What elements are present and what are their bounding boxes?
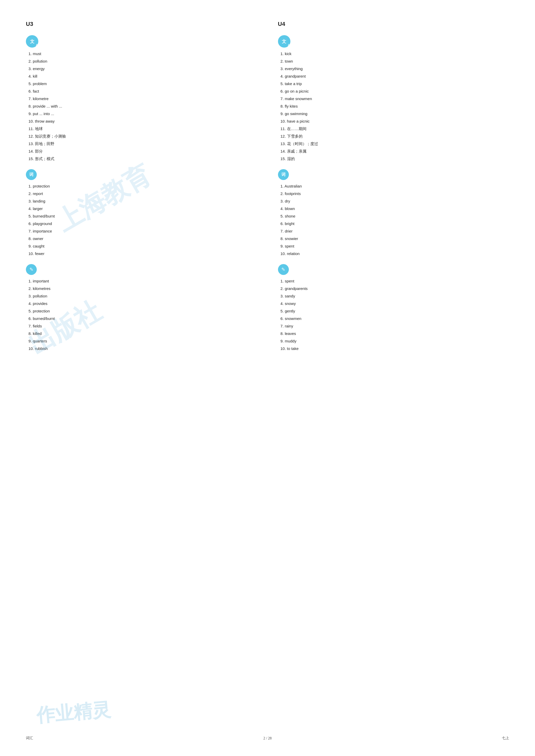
list-item: 5. protection (28, 308, 247, 314)
list-item: 10. rubbish (28, 345, 247, 352)
u4-ci-section: 词 1. Australian 2. footprints 3. dry 4. … (278, 169, 499, 257)
u3-wen-icon-sub: A (36, 43, 38, 47)
list-item: 13. 田地；田野 (28, 141, 247, 147)
u4-wen-section: 文 A 1. kick 2. town 3. everything 4. gra… (278, 35, 499, 162)
list-item: 3. sandy (281, 293, 499, 299)
list-item: 15. 形式；模式 (28, 156, 247, 162)
list-item: 2. pollution (28, 58, 247, 65)
list-item: 1. important (28, 278, 247, 284)
u3-wen-section: 文 A 1. must 2. pollution 3. energy 4. ki… (26, 35, 247, 162)
list-item: 13. 花（时间）；度过 (281, 141, 499, 147)
list-item: 5. problem (28, 81, 247, 87)
u3-ci-icon: 词 (26, 169, 37, 180)
page-number: 2 / 28 (264, 736, 272, 741)
list-item: 2. town (281, 58, 499, 65)
list-item: 3. energy (28, 66, 247, 72)
list-item: 9. quarters (28, 338, 247, 344)
list-item: 3. pollution (28, 293, 247, 299)
list-item: 8. leaves (281, 331, 499, 337)
list-item: 5. shone (281, 213, 499, 219)
list-item: 14. 部分 (28, 148, 247, 154)
u4-wen-icon-text: 文 (282, 39, 286, 44)
list-item: 12. 下雪多的 (281, 133, 499, 139)
column-u3: U3 文 A 1. must 2. pollution 3. energy 4.… (26, 21, 257, 359)
u4-ci-icon-text: 词 (281, 172, 286, 177)
list-item: 6. playground (28, 221, 247, 227)
list-item: 9. go swimming (281, 111, 499, 117)
u4-ci-list: 1. Australian 2. footprints 3. dry 4. bl… (278, 183, 499, 257)
list-item: 8. snowier (281, 236, 499, 242)
list-item: 1. Australian (281, 183, 499, 189)
list-item: 14. 亲戚；亲属 (281, 148, 499, 154)
page-footer: 词汇 2 / 28 七上 (0, 736, 535, 741)
list-item: 9. put ... into ... (28, 111, 247, 117)
u3-ci-section: 词 1. protection 2. report 3. landing 4. … (26, 169, 247, 257)
u4-pen-icon-text: ✎ (281, 267, 285, 272)
list-item: 3. everything (281, 66, 499, 72)
list-item: 9. caught (28, 243, 247, 249)
u3-wen-icon: 文 A (26, 35, 38, 48)
list-item: 8. fly kites (281, 103, 499, 109)
list-item: 2. kilometres (28, 285, 247, 292)
list-item: 7. drier (281, 228, 499, 234)
list-item: 1. kick (281, 51, 499, 57)
u3-ci-icon-text: 词 (29, 172, 33, 177)
list-item: 7. importance (28, 228, 247, 234)
list-item: 6. go on a picnic (281, 88, 499, 94)
list-item: 2. grandparents (281, 285, 499, 292)
grade-label: 七上 (502, 736, 509, 741)
list-item: 10. throw away (28, 118, 247, 124)
list-item: 2. footprints (281, 191, 499, 197)
list-item: 2. report (28, 191, 247, 197)
list-item: 7. make snowmen (281, 96, 499, 102)
u4-wen-list: 1. kick 2. town 3. everything 4. grandpa… (278, 51, 499, 162)
u3-wen-list: 1. must 2. pollution 3. energy 4. kill 5… (26, 51, 247, 162)
list-item: 7. rainy (281, 323, 499, 329)
list-item: 5. take a trip (281, 81, 499, 87)
list-item: 8. killed (28, 331, 247, 337)
u3-pen-section: ✎ 1. important 2. kilometres 3. pollutio… (26, 264, 247, 352)
list-item: 10. relation (281, 251, 499, 257)
list-item: 12. 知识竞赛；小测验 (28, 133, 247, 139)
list-item: 6. burned/burnt (28, 315, 247, 322)
list-item: 5. gently (281, 308, 499, 314)
list-item: 7. fields (28, 323, 247, 329)
list-item: 4. kill (28, 73, 247, 79)
list-item: 9. spent (281, 243, 499, 249)
list-item: 1. spent (281, 278, 499, 284)
list-item: 8. provide ... with ... (28, 103, 247, 109)
list-item: 4. larger (28, 205, 247, 212)
list-item: 6. bright (281, 221, 499, 227)
list-item: 1. must (28, 51, 247, 57)
list-item: 6. fact (28, 88, 247, 94)
u3-wen-icon-text: 文 (30, 39, 34, 44)
unit3-title: U3 (26, 21, 247, 27)
list-item: 4. snowy (281, 301, 499, 307)
list-item: 11. 在……期间 (281, 126, 499, 132)
list-item: 4. blown (281, 205, 499, 212)
list-item: 1. protection (28, 183, 247, 189)
u3-ci-list: 1. protection 2. report 3. landing 4. la… (26, 183, 247, 257)
u3-pen-icon: ✎ (26, 264, 37, 275)
unit4-title: U4 (278, 21, 499, 27)
u4-wen-icon: 文 A (278, 35, 291, 48)
u4-pen-section: ✎ 1. spent 2. grandparents 3. sandy 4. s… (278, 264, 499, 352)
list-item: 6. snowmen (281, 315, 499, 322)
list-item: 10. fewer (28, 251, 247, 257)
list-item: 10. to take (281, 345, 499, 352)
list-item: 15. 湿的 (281, 156, 499, 162)
footer-label: 词汇 (26, 736, 33, 741)
column-u4: U4 文 A 1. kick 2. town 3. everything 4. … (257, 21, 509, 359)
list-item: 9. muddy (281, 338, 499, 344)
list-item: 8. owner (28, 236, 247, 242)
list-item: 3. dry (281, 198, 499, 204)
u4-pen-list: 1. spent 2. grandparents 3. sandy 4. sno… (278, 278, 499, 352)
list-item: 10. have a picnic (281, 118, 499, 124)
list-item: 4. grandparent (281, 73, 499, 79)
u4-ci-icon: 词 (278, 169, 289, 180)
list-item: 3. landing (28, 198, 247, 204)
u4-wen-icon-sub: A (288, 43, 290, 47)
u4-pen-icon: ✎ (278, 264, 289, 275)
u3-pen-icon-text: ✎ (30, 267, 33, 272)
list-item: 5. burned/burnt (28, 213, 247, 219)
